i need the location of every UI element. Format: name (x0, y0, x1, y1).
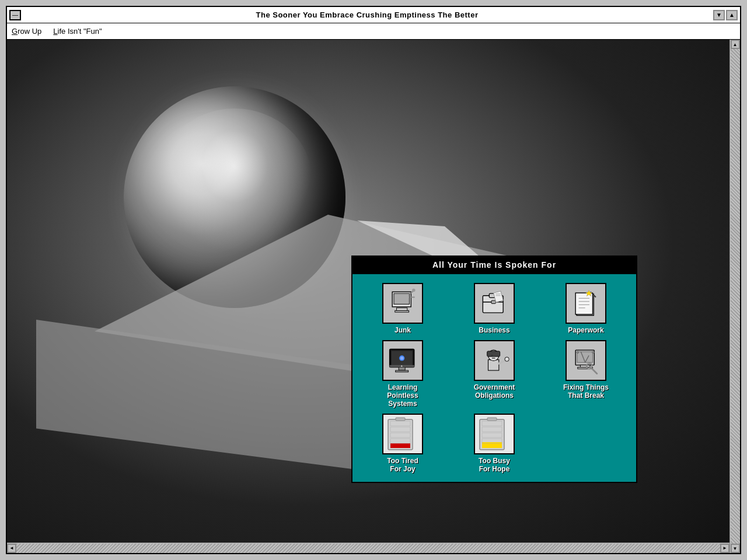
menu-grow-up[interactable]: Grow Up (12, 27, 41, 36)
item-too-busy[interactable]: Too BusyFor Hope (450, 414, 539, 473)
svg-rect-33 (488, 359, 498, 370)
svg-rect-30 (395, 370, 408, 372)
item-learning[interactable]: A: LearningPointlessSystems (358, 340, 447, 408)
svg-rect-4 (393, 293, 409, 304)
svg-rect-29 (399, 367, 405, 370)
item-junk[interactable]: Junk (358, 283, 447, 334)
svg-point-44 (577, 351, 579, 354)
svg-rect-5 (396, 307, 407, 310)
fixing-icon (566, 340, 606, 381)
scrollbar-bottom: ◄ ► (7, 542, 729, 553)
scroll-right-button[interactable]: ► (720, 544, 729, 553)
too-tired-label: Too TiredFor Joy (387, 457, 418, 473)
dialog-content: Junk (352, 274, 636, 482)
svg-point-8 (412, 288, 416, 292)
svg-rect-6 (395, 310, 409, 312)
svg-rect-38 (491, 355, 493, 356)
dialog-window: All Your Time Is Spoken For (351, 256, 637, 483)
svg-point-37 (504, 357, 508, 361)
svg-rect-35 (487, 351, 500, 356)
dialog-title: All Your Time Is Spoken For (352, 257, 636, 274)
scroll-left-button[interactable]: ◄ (7, 544, 16, 553)
svg-point-45 (592, 351, 594, 354)
scrollbar-right: ▲ ▼ (729, 40, 740, 553)
close-button[interactable]: — (9, 10, 21, 20)
learning-label: LearningPointlessSystems (387, 383, 418, 408)
scroll-track-bottom (16, 544, 720, 553)
business-icon (474, 283, 515, 324)
svg-rect-58 (487, 418, 497, 421)
fixing-label: Fixing ThingsThat Break (563, 383, 609, 400)
paperwork-icon (566, 283, 606, 324)
learning-icon: A: (382, 340, 423, 381)
too-busy-label: Too BusyFor Hope (479, 457, 510, 473)
content-area: ▲ ▼ ◄ ► All Your Time Is Spoken For (7, 40, 740, 553)
junk-label: Junk (395, 326, 411, 334)
scroll-up-button[interactable]: ▲ (731, 40, 740, 49)
scroll-down-button[interactable]: ▼ (731, 544, 740, 553)
svg-rect-52 (390, 443, 410, 448)
menu-life[interactable]: Life Isn't "Fun" (53, 27, 102, 36)
svg-rect-46 (580, 365, 590, 367)
government-label: GovernmentObligations (474, 383, 515, 400)
item-fixing[interactable]: Fixing ThingsThat Break (542, 340, 630, 408)
government-icon (474, 340, 515, 381)
too-busy-icon (474, 414, 515, 454)
junk-icon (382, 283, 423, 324)
svg-point-28 (400, 356, 403, 360)
svg-rect-13 (491, 300, 495, 304)
svg-text:A:: A: (400, 365, 402, 367)
window-title: The Sooner You Embrace Crushing Emptines… (23, 10, 711, 19)
item-government[interactable]: GovernmentObligations (450, 340, 539, 408)
menu-bar: Grow Up Life Isn't "Fun" (7, 23, 740, 40)
scroll-track-right (731, 49, 740, 544)
business-label: Business (479, 326, 509, 334)
paperwork-label: Paperwork (568, 326, 603, 334)
item-too-tired[interactable]: Too TiredFor Joy (358, 414, 447, 473)
svg-rect-59 (482, 442, 502, 448)
main-window: — The Sooner You Embrace Crushing Emptin… (6, 6, 741, 554)
title-scroll-up[interactable]: ▲ (726, 10, 738, 20)
item-business[interactable]: Business (450, 283, 539, 334)
too-tired-icon (382, 414, 423, 454)
title-scroll-down[interactable]: ▼ (713, 10, 725, 20)
svg-rect-51 (396, 418, 405, 421)
item-paperwork[interactable]: Paperwork (542, 283, 630, 334)
svg-rect-18 (575, 293, 592, 314)
title-bar: — The Sooner You Embrace Crushing Emptin… (7, 7, 740, 23)
